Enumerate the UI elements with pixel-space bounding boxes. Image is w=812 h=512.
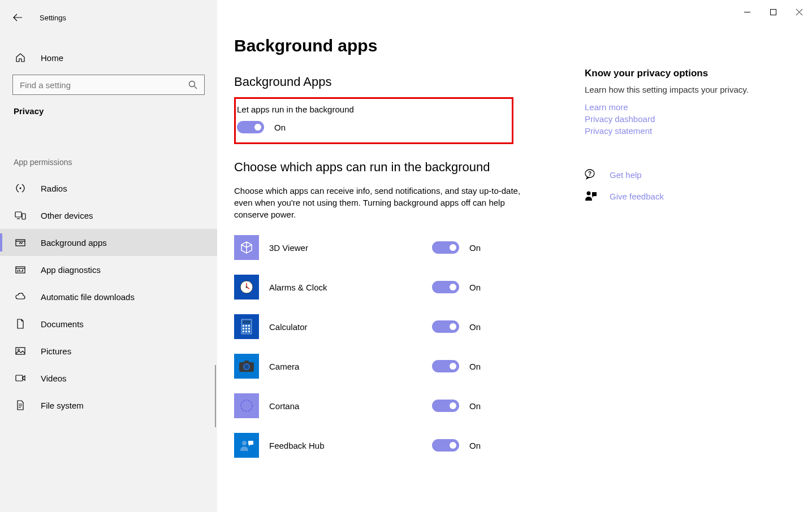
svg-rect-15 [243, 320, 250, 324]
svg-point-2 [189, 81, 195, 87]
svg-rect-19 [243, 328, 244, 329]
app-name: Feedback Hub [269, 441, 432, 450]
group-title: App permissions [0, 122, 217, 175]
app-toggle[interactable] [432, 400, 459, 412]
home-nav[interactable]: Home [0, 45, 217, 70]
get-help-link[interactable]: Get help [610, 170, 642, 180]
cloud-icon [15, 291, 26, 302]
app-icon [234, 275, 259, 300]
bgapps-icon [15, 237, 26, 248]
vid-icon [15, 372, 26, 384]
home-icon [15, 52, 26, 63]
svg-rect-8 [16, 348, 25, 354]
app-toggle-state: On [469, 362, 481, 371]
sidebar-item-label: Other devices [41, 211, 93, 220]
app-icon [234, 235, 259, 260]
svg-point-27 [244, 365, 249, 369]
svg-rect-7 [16, 267, 25, 273]
app-row: Alarms & Clock On [234, 275, 789, 300]
sidebar-item-file[interactable]: File system [0, 392, 217, 419]
app-icon [234, 393, 259, 418]
sidebar-item-label: App diagnostics [41, 265, 101, 275]
app-name: Calculator [269, 322, 432, 332]
radios-icon [15, 183, 26, 194]
svg-rect-10 [16, 375, 23, 381]
sidebar-item-bgapps[interactable]: Background apps [0, 229, 217, 256]
sidebar-item-label: Automatic file downloads [41, 292, 135, 302]
sidebar-item-diag[interactable]: App diagnostics [0, 256, 217, 283]
scrollbar-thumb[interactable] [215, 365, 216, 427]
app-toggle-state: On [469, 322, 481, 332]
master-toggle-state: On [274, 123, 286, 132]
app-toggle[interactable] [432, 241, 459, 254]
devices-icon [15, 210, 26, 221]
svg-point-29 [242, 441, 247, 445]
file-icon [15, 400, 26, 411]
sidebar-item-vid[interactable]: Videos [0, 365, 217, 392]
sidebar-item-label: Radios [41, 184, 67, 193]
app-name: Alarms & Clock [269, 283, 432, 292]
sidebar-item-label: File system [41, 401, 84, 410]
feedback-icon [585, 190, 597, 202]
doc-icon [15, 318, 26, 329]
svg-rect-21 [248, 328, 250, 329]
help-icon: ? [585, 168, 597, 181]
sidebar-item-devices[interactable]: Other devices [0, 202, 217, 229]
privacy-dashboard-link[interactable]: Privacy dashboard [585, 114, 754, 124]
window-title: Settings [40, 14, 66, 22]
app-row: Feedback Hub On [234, 433, 789, 458]
app-icon [234, 433, 259, 458]
svg-point-13 [246, 287, 248, 288]
app-toggle-state: On [469, 401, 481, 411]
master-toggle-label: Let apps run in the background [237, 105, 508, 114]
back-button[interactable] [12, 12, 23, 23]
app-row: Cortana On [234, 393, 789, 418]
sidebar-item-pic[interactable]: Pictures [0, 337, 217, 365]
sidebar: Settings Home Privacy App permissions Ra… [0, 0, 217, 512]
page-title: Background apps [234, 36, 789, 55]
svg-rect-16 [243, 325, 244, 327]
svg-rect-24 [248, 331, 250, 332]
section-choose-apps-desc: Choose which apps can receive info, send… [234, 185, 539, 220]
svg-text:?: ? [588, 171, 591, 177]
search-input[interactable] [12, 75, 205, 95]
sidebar-item-label: Documents [41, 319, 84, 329]
svg-rect-22 [243, 331, 244, 332]
svg-point-28 [241, 400, 252, 411]
privacy-statement-link[interactable]: Privacy statement [585, 126, 754, 136]
highlight-annotation: Let apps run in the background On [234, 97, 513, 144]
svg-rect-30 [248, 441, 253, 445]
svg-point-3 [20, 188, 21, 189]
svg-rect-4 [15, 212, 21, 217]
app-list: 3D Viewer On Alarms & Clock On Calculato… [234, 235, 789, 458]
sidebar-item-radios[interactable]: Radios [0, 175, 217, 202]
app-name: Camera [269, 362, 432, 371]
privacy-options-title: Know your privacy options [585, 68, 754, 79]
svg-rect-5 [22, 214, 25, 219]
search-field[interactable] [20, 80, 188, 90]
svg-rect-18 [248, 325, 250, 327]
svg-point-9 [18, 349, 20, 351]
app-toggle[interactable] [432, 360, 459, 372]
privacy-options-desc: Learn how this setting impacts your priv… [585, 85, 754, 94]
app-icon [234, 354, 259, 379]
app-toggle[interactable] [432, 439, 459, 452]
app-toggle[interactable] [432, 281, 459, 293]
pic-icon [15, 345, 26, 357]
sidebar-item-label: Videos [41, 374, 67, 383]
sidebar-item-doc[interactable]: Documents [0, 310, 217, 337]
app-toggle-state: On [469, 283, 481, 292]
svg-rect-17 [245, 325, 247, 327]
give-feedback-link[interactable]: Give feedback [610, 192, 664, 201]
app-name: 3D Viewer [269, 243, 432, 253]
right-panel: Know your privacy options Learn how this… [585, 68, 754, 211]
app-toggle[interactable] [432, 320, 459, 333]
sidebar-item-cloud[interactable]: Automatic file downloads [0, 283, 217, 310]
app-icon [234, 314, 259, 339]
home-label: Home [41, 53, 63, 63]
app-name: Cortana [269, 401, 432, 411]
learn-more-link[interactable]: Learn more [585, 102, 754, 112]
master-toggle[interactable] [237, 121, 264, 133]
search-icon [188, 80, 197, 89]
app-toggle-state: On [469, 441, 481, 450]
